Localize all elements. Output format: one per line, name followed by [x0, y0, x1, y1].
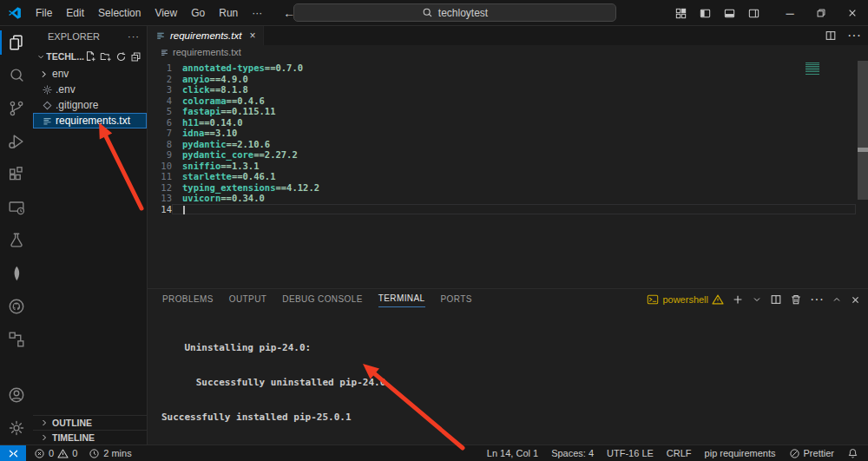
new-terminal-icon[interactable] — [732, 293, 744, 306]
line-number: 6 — [148, 117, 172, 128]
problems-status[interactable]: 0 0 — [34, 448, 77, 459]
formatter-status[interactable]: Prettier — [789, 448, 834, 459]
outline-section[interactable]: OUTLINE — [33, 415, 147, 430]
eol-status[interactable]: CRLF — [667, 448, 692, 458]
explorer-more-icon[interactable]: ··· — [128, 31, 140, 42]
search-icon — [7, 66, 26, 85]
command-center-search[interactable]: techloytest — [293, 3, 616, 22]
package-version: ==0.115.11 — [220, 106, 275, 116]
line-number: 2 — [148, 74, 172, 85]
tree-item-requirements[interactable]: requirements.txt — [33, 113, 147, 128]
error-icon — [34, 448, 45, 459]
code-editor[interactable]: 1annotated-types==0.7.0 2anyio==4.9.0 3c… — [148, 59, 868, 214]
panel-more-icon[interactable]: ··· — [810, 292, 824, 307]
powershell-terminal-icon — [647, 293, 659, 306]
close-window-button[interactable] — [837, 0, 868, 26]
menu-go[interactable]: Go — [184, 4, 212, 22]
activity-testing[interactable] — [0, 224, 33, 257]
split-editor-icon[interactable] — [825, 30, 837, 42]
tab-requirements[interactable]: requirements.txt × — [148, 26, 264, 45]
editor-more-icon[interactable]: ··· — [847, 28, 861, 43]
chevron-down-icon[interactable] — [752, 294, 762, 305]
close-panel-icon[interactable] — [850, 294, 861, 306]
timer-status[interactable]: 2 mins — [89, 448, 131, 459]
minimap[interactable] — [806, 63, 819, 76]
editor-group: requirements.txt × ··· requirements.txt … — [148, 26, 868, 288]
line-number: 14 — [148, 204, 172, 215]
workspace-root-row[interactable]: TECHL... — [33, 47, 147, 66]
activity-extensions[interactable] — [0, 158, 33, 191]
explorer-title: EXPLORER — [48, 31, 100, 42]
shell-label: powershell — [662, 294, 708, 305]
gear-icon — [42, 84, 53, 95]
activity-search[interactable] — [0, 59, 33, 92]
menu-view[interactable]: View — [148, 4, 184, 22]
new-file-icon[interactable] — [84, 50, 96, 63]
activity-references[interactable] — [0, 323, 33, 356]
tree-item-gitignore[interactable]: .gitignore — [33, 97, 147, 113]
warning-icon — [57, 448, 69, 459]
activity-source-control[interactable] — [0, 92, 33, 125]
kill-terminal-icon[interactable] — [790, 293, 802, 306]
tab-problems[interactable]: PROBLEMS — [162, 291, 214, 307]
debug-icon — [7, 132, 26, 151]
editor-scrollbar[interactable] — [858, 61, 868, 200]
leaf-icon — [7, 264, 26, 283]
workspace-folder-name: TECHL... — [46, 51, 84, 62]
package-name: colorama — [182, 95, 227, 106]
code-line: 10sniffio==1.3.1 — [148, 161, 868, 172]
encoding-status[interactable]: UTF-16 LE — [607, 448, 654, 458]
split-terminal-icon[interactable] — [770, 293, 782, 306]
tab-close-icon[interactable]: × — [249, 30, 255, 42]
activity-github[interactable] — [0, 290, 33, 323]
minimize-button[interactable]: ─ — [774, 0, 806, 26]
toggle-secondary-sidebar-icon[interactable] — [747, 7, 760, 20]
menu-more-icon[interactable]: ··· — [245, 4, 269, 22]
remote-monitor-icon — [7, 198, 26, 217]
close-icon — [846, 7, 858, 19]
customize-layout-icon[interactable] — [674, 7, 687, 20]
terminal-shell-item[interactable]: powershell — [647, 293, 724, 306]
remote-indicator[interactable] — [0, 445, 26, 461]
menu-run[interactable]: Run — [212, 4, 245, 22]
menu-edit[interactable]: Edit — [59, 4, 91, 22]
code-line: 5fastapi==0.115.11 — [148, 106, 868, 117]
code-line: 4colorama==0.4.6 — [148, 95, 868, 107]
tree-item-dotenv[interactable]: .env — [33, 82, 147, 97]
language-mode-status[interactable]: pip requirements — [705, 448, 776, 458]
maximize-panel-icon[interactable] — [832, 294, 842, 305]
settings-button[interactable] — [0, 412, 33, 445]
activity-explorer[interactable] — [0, 26, 33, 59]
indentation-status[interactable]: Spaces: 4 — [551, 448, 594, 458]
new-folder-icon[interactable] — [100, 50, 112, 63]
activity-run-debug[interactable] — [0, 125, 33, 158]
tree-item-env[interactable]: env — [33, 66, 147, 82]
accounts-button[interactable] — [0, 379, 33, 412]
timeline-section[interactable]: TIMELINE — [33, 430, 147, 445]
breadcrumb-item: requirements.txt — [173, 47, 241, 57]
tab-terminal[interactable]: TERMINAL — [378, 290, 425, 307]
activity-mongodb[interactable] — [0, 257, 33, 290]
restore-button[interactable] — [806, 0, 837, 26]
terminal-output[interactable]: Uninstalling pip-24.0: Successfully unin… — [148, 308, 868, 461]
tab-debug-console[interactable]: DEBUG CONSOLE — [282, 291, 362, 307]
menu-selection[interactable]: Selection — [91, 4, 148, 22]
refresh-icon[interactable] — [115, 51, 127, 63]
terminal-line: Successfully uninstalled pip-24.0 — [161, 377, 868, 388]
activity-remote-explorer[interactable] — [0, 191, 33, 224]
extensions-icon — [7, 165, 26, 184]
terminal-line: Uninstalling pip-24.0: — [161, 342, 868, 353]
tree-item-label: env — [52, 68, 69, 80]
tab-ports[interactable]: PORTS — [441, 291, 472, 307]
tab-output[interactable]: OUTPUT — [229, 291, 267, 307]
title-bar: File Edit Selection View Go Run ··· ← → … — [0, 0, 868, 26]
package-name: click — [182, 84, 210, 95]
collapse-folders-icon[interactable] — [130, 51, 141, 63]
cursor-position-status[interactable]: Ln 14, Col 1 — [487, 448, 538, 458]
bell-icon[interactable] — [847, 448, 858, 459]
toggle-sidebar-icon[interactable] — [699, 7, 712, 20]
toggle-panel-icon[interactable] — [723, 7, 736, 20]
menu-file[interactable]: File — [29, 4, 59, 22]
tab-label: requirements.txt — [170, 30, 241, 41]
breadcrumb[interactable]: requirements.txt — [148, 45, 868, 59]
